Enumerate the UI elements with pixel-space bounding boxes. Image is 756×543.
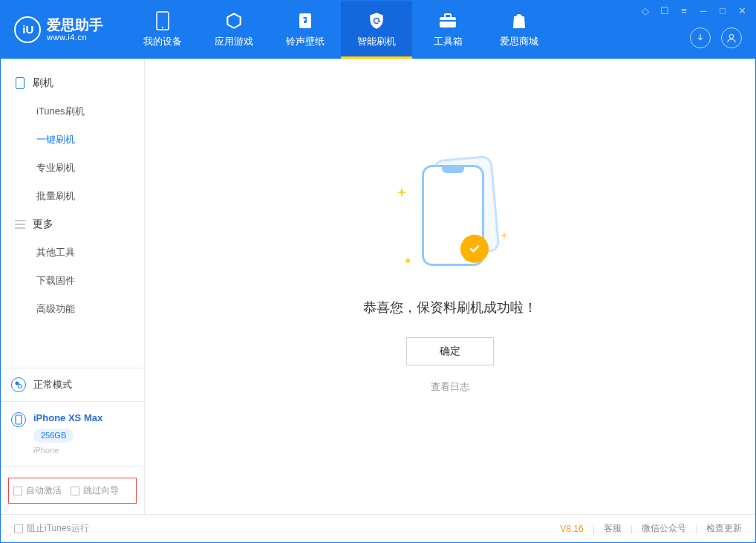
device-icon xyxy=(11,412,26,427)
group-title: 更多 xyxy=(33,218,53,231)
device-capacity: 256GB xyxy=(33,429,74,443)
customer-service-link[interactable]: 客服 xyxy=(604,522,622,535)
separator: | xyxy=(695,524,697,534)
nav-ring-wall[interactable]: 铃声壁纸 xyxy=(270,1,341,59)
device-type: iPhone xyxy=(33,444,102,458)
sidebar-item-itunes-flash[interactable]: iTunes刷机 xyxy=(1,97,144,126)
check-badge-icon xyxy=(460,235,489,263)
svg-rect-4 xyxy=(440,17,456,27)
list-icon xyxy=(14,219,25,230)
view-log-link[interactable]: 查看日志 xyxy=(363,380,537,394)
version-label: V8.16 xyxy=(560,524,583,534)
svg-text:iU: iU xyxy=(22,23,33,36)
music-note-icon xyxy=(296,11,315,30)
toolbox-icon xyxy=(438,11,457,30)
top-nav: 我的设备 应用游戏 铃声壁纸 智能刷机 工具箱 爱思商城 xyxy=(127,1,555,59)
success-illustration xyxy=(376,157,524,284)
status-bar: 阻止iTunes运行 V8.16 | 客服 | 微信公众号 | 检查更新 xyxy=(1,514,755,542)
logo-icon: iU xyxy=(14,16,41,43)
sidebar-item-pro-flash[interactable]: 专业刷机 xyxy=(1,154,144,182)
dot-icon xyxy=(405,253,410,266)
svg-rect-12 xyxy=(16,415,22,424)
nav-store[interactable]: 爱思商城 xyxy=(483,1,555,59)
main-content: 恭喜您，保资料刷机成功啦！ 确定 查看日志 xyxy=(145,59,755,514)
sidebar-group-more: 更多 xyxy=(1,210,144,238)
group-title: 刷机 xyxy=(33,77,53,90)
app-url: www.i4.cn xyxy=(47,33,103,42)
title-bar: iU 爱思助手 www.i4.cn 我的设备 应用游戏 铃声壁纸 智能刷机 工具… xyxy=(1,1,755,59)
checkbox-icon xyxy=(13,487,22,495)
nav-smart-flash[interactable]: 智能刷机 xyxy=(341,1,412,59)
user-button[interactable] xyxy=(721,27,742,48)
svg-point-13 xyxy=(405,259,410,263)
ok-button[interactable]: 确定 xyxy=(406,337,494,365)
checkbox-label: 跳过向导 xyxy=(83,484,119,497)
checkbox-icon xyxy=(14,524,23,533)
close-button[interactable]: ✕ xyxy=(736,5,748,16)
checkbox-label: 自动激活 xyxy=(26,484,62,497)
sparkle-icon xyxy=(501,229,508,242)
mode-icon xyxy=(11,377,26,392)
nav-my-device[interactable]: 我的设备 xyxy=(127,1,198,59)
sparkle-icon xyxy=(397,187,407,201)
svg-rect-9 xyxy=(16,78,24,89)
cube-icon xyxy=(224,11,244,30)
nav-label: 工具箱 xyxy=(434,35,463,48)
sidebar-item-advanced[interactable]: 高级功能 xyxy=(1,295,144,323)
checkbox-icon xyxy=(71,487,79,495)
nav-label: 我的设备 xyxy=(143,35,182,48)
shirt-icon[interactable]: ◇ xyxy=(639,5,651,16)
device-card[interactable]: iPhone XS Max 256GB iPhone xyxy=(1,401,144,466)
device-name: iPhone XS Max xyxy=(33,411,102,426)
download-button[interactable] xyxy=(690,27,711,48)
mode-card[interactable]: 正常模式 xyxy=(1,368,144,401)
auto-activate-checkbox[interactable]: 自动激活 xyxy=(13,484,62,497)
svg-point-10 xyxy=(16,381,19,385)
svg-rect-7 xyxy=(514,17,524,27)
maximize-button[interactable]: □ xyxy=(717,5,729,16)
highlighted-options: 自动激活 跳过向导 xyxy=(8,478,137,504)
bag-icon xyxy=(509,11,529,30)
nav-label: 铃声壁纸 xyxy=(286,35,325,48)
block-itunes-checkbox[interactable]: 阻止iTunes运行 xyxy=(14,522,89,535)
separator: | xyxy=(630,524,633,534)
app-logo: iU 爱思助手 www.i4.cn xyxy=(14,16,103,43)
sidebar: 刷机 iTunes刷机 一键刷机 专业刷机 批量刷机 更多 其他工具 下载固件 … xyxy=(1,59,145,514)
menu-icon[interactable]: ≡ xyxy=(678,5,690,16)
svg-point-2 xyxy=(162,27,163,28)
skip-wizard-checkbox[interactable]: 跳过向导 xyxy=(71,484,119,497)
svg-point-11 xyxy=(19,384,22,388)
svg-point-8 xyxy=(729,34,733,38)
phone-icon xyxy=(153,11,172,30)
sidebar-item-oneclick-flash[interactable]: 一键刷机 xyxy=(1,126,144,154)
sidebar-item-download-fw[interactable]: 下载固件 xyxy=(1,267,144,295)
separator: | xyxy=(593,524,595,534)
svg-rect-5 xyxy=(445,14,451,18)
svg-rect-6 xyxy=(440,20,456,22)
mode-label: 正常模式 xyxy=(33,378,72,391)
sidebar-group-flash: 刷机 xyxy=(1,69,144,97)
wechat-link[interactable]: 微信公众号 xyxy=(642,522,686,535)
nav-apps-games[interactable]: 应用游戏 xyxy=(198,1,270,59)
check-update-link[interactable]: 检查更新 xyxy=(706,522,742,535)
minimize-button[interactable]: ─ xyxy=(697,5,709,16)
success-message: 恭喜您，保资料刷机成功啦！ xyxy=(363,299,537,316)
nav-toolbox[interactable]: 工具箱 xyxy=(412,1,483,59)
shield-refresh-icon xyxy=(367,11,386,30)
nav-label: 爱思商城 xyxy=(500,35,538,48)
nav-label: 智能刷机 xyxy=(357,35,396,48)
window-controls: ◇ ☐ ≡ ─ □ ✕ xyxy=(639,5,748,16)
checkbox-label: 阻止iTunes运行 xyxy=(27,522,89,535)
nav-label: 应用游戏 xyxy=(215,35,253,48)
app-name: 爱思助手 xyxy=(47,18,103,33)
sidebar-item-other-tools[interactable]: 其他工具 xyxy=(1,238,144,267)
phone-outline-icon xyxy=(14,78,25,89)
sidebar-item-batch-flash[interactable]: 批量刷机 xyxy=(1,182,144,210)
header-actions xyxy=(690,27,742,48)
lock-icon[interactable]: ☐ xyxy=(659,5,671,16)
